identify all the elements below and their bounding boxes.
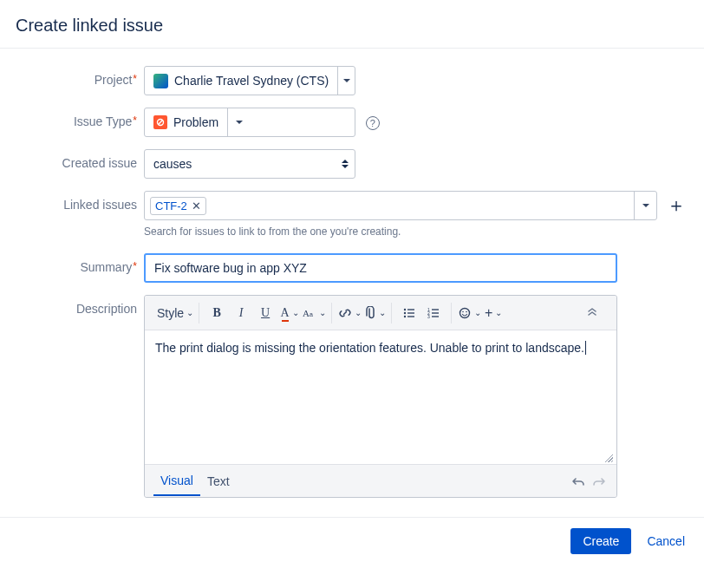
linked-issues-hint: Search for issues to link to from the on… xyxy=(144,225,688,238)
linked-issues-label: Linked issues xyxy=(16,191,144,212)
svg-point-18 xyxy=(466,310,467,312)
svg-point-4 xyxy=(404,308,406,310)
chevron-down-icon: ⌄ xyxy=(379,308,386,317)
linked-issues-field: CTF-2 ✕ ＋ Search for issues to link to f… xyxy=(144,191,688,238)
underline-button[interactable]: U xyxy=(253,301,277,325)
chevron-down-icon: ⌄ xyxy=(292,308,299,317)
chevron-down-icon xyxy=(343,79,350,82)
description-field: Style⌄ B I U A⌄ Aa ⌄ xyxy=(144,295,688,498)
bold-button[interactable]: B xyxy=(205,301,229,325)
chevron-down-icon xyxy=(236,121,243,124)
required-marker: * xyxy=(133,73,137,85)
dialog-header: Create linked issue xyxy=(0,0,704,49)
resize-handle-icon[interactable] xyxy=(603,452,613,462)
text-cursor xyxy=(584,341,586,355)
project-avatar-icon xyxy=(153,74,168,88)
attachment-button[interactable]: ⌄ xyxy=(362,301,386,325)
project-select[interactable]: Charlie Travel Sydney (CTS) xyxy=(144,66,355,95)
create-button[interactable]: Create xyxy=(570,528,631,554)
chevron-down-icon: ⌄ xyxy=(186,308,193,317)
svg-point-8 xyxy=(404,315,406,317)
chevron-down-icon: ⌄ xyxy=(495,308,502,317)
project-select-value: Charlie Travel Sydney (CTS) xyxy=(145,67,337,95)
text-tab[interactable]: Text xyxy=(200,467,237,495)
svg-text:A: A xyxy=(303,308,310,318)
emoji-button[interactable]: ⌄ xyxy=(457,301,481,325)
linked-issues-dropdown-button[interactable] xyxy=(634,192,656,219)
svg-point-6 xyxy=(404,311,406,313)
description-row: Description Style⌄ B I U xyxy=(16,295,688,498)
text-color-button[interactable]: A⌄ xyxy=(277,301,302,325)
svg-rect-13 xyxy=(432,312,439,313)
visual-tab[interactable]: Visual xyxy=(153,467,200,496)
svg-line-1 xyxy=(159,121,163,125)
description-textarea[interactable]: The print dialog is missing the orientat… xyxy=(145,330,616,452)
required-marker: * xyxy=(133,114,137,127)
chevron-down-icon xyxy=(642,204,649,207)
issue-type-label: Issue Type* xyxy=(16,108,144,128)
italic-button[interactable]: I xyxy=(229,301,253,325)
help-icon[interactable]: ? xyxy=(366,116,380,130)
created-issue-field: causes xyxy=(144,149,688,179)
linked-issues-input[interactable]: CTF-2 ✕ xyxy=(144,191,657,220)
created-issue-row: Created issue causes xyxy=(16,149,688,179)
add-linked-issue-button[interactable]: ＋ xyxy=(664,191,688,220)
created-issue-label: Created issue xyxy=(16,149,144,170)
chevron-down-icon: ⌄ xyxy=(355,308,362,317)
dialog-footer: Create Cancel xyxy=(0,517,704,565)
create-linked-issue-dialog: Create linked issue Project* Charlie Tra… xyxy=(0,0,704,565)
issue-type-select-value: Problem xyxy=(145,108,227,136)
form-body: Project* Charlie Travel Sydney (CTS) Iss… xyxy=(0,49,704,517)
description-text: The print dialog is missing the orientat… xyxy=(155,341,584,355)
problem-type-icon xyxy=(153,115,167,129)
issue-type-row: Issue Type* Problem ? xyxy=(16,108,688,137)
dialog-title: Create linked issue xyxy=(16,16,688,36)
history-controls xyxy=(570,475,608,487)
project-select-dropdown-button[interactable] xyxy=(337,67,355,95)
link-button[interactable]: ⌄ xyxy=(337,301,362,325)
editor-resize-area xyxy=(145,452,616,464)
bullet-list-button[interactable] xyxy=(397,301,421,325)
style-dropdown[interactable]: Style⌄ xyxy=(157,301,193,325)
svg-point-17 xyxy=(462,310,464,312)
rich-text-editor: Style⌄ B I U A⌄ Aa ⌄ xyxy=(144,295,617,498)
linked-issues-row: Linked issues CTF-2 ✕ ＋ xyxy=(16,191,688,238)
summary-field xyxy=(144,253,688,283)
description-label: Description xyxy=(16,295,144,316)
issue-type-dropdown-button[interactable] xyxy=(227,108,250,136)
svg-rect-11 xyxy=(432,309,439,310)
issue-type-select[interactable]: Problem xyxy=(144,108,355,137)
required-marker: * xyxy=(133,260,137,272)
svg-text:a: a xyxy=(310,311,313,317)
svg-rect-9 xyxy=(407,316,414,317)
summary-label: Summary* xyxy=(16,253,144,274)
issue-token[interactable]: CTF-2 ✕ xyxy=(150,197,206,215)
chevron-down-icon: ⌄ xyxy=(474,308,481,317)
numbered-list-button[interactable]: 123 xyxy=(421,301,446,325)
project-field: Charlie Travel Sydney (CTS) xyxy=(144,66,688,95)
issue-token-label: CTF-2 xyxy=(155,199,187,212)
more-format-button[interactable]: Aa ⌄ xyxy=(302,301,326,325)
issue-type-field: Problem ? xyxy=(144,108,688,137)
chevron-down-icon: ⌄ xyxy=(319,308,326,317)
summary-input[interactable] xyxy=(144,253,617,283)
summary-row: Summary* xyxy=(16,253,688,283)
project-label: Project* xyxy=(16,66,144,87)
remove-token-icon[interactable]: ✕ xyxy=(192,200,201,212)
link-type-select[interactable]: causes xyxy=(144,149,355,179)
cancel-button[interactable]: Cancel xyxy=(643,531,688,552)
svg-rect-7 xyxy=(407,312,414,313)
editor-footer: Visual Text xyxy=(145,464,616,497)
editor-toolbar: Style⌄ B I U A⌄ Aa ⌄ xyxy=(145,296,616,330)
svg-point-16 xyxy=(460,308,469,317)
insert-more-button[interactable]: +⌄ xyxy=(481,301,505,325)
project-row: Project* Charlie Travel Sydney (CTS) xyxy=(16,66,688,95)
svg-rect-15 xyxy=(432,316,439,317)
collapse-toolbar-button[interactable] xyxy=(580,301,604,325)
svg-text:3: 3 xyxy=(427,314,430,319)
svg-rect-5 xyxy=(407,309,414,310)
redo-button[interactable] xyxy=(592,475,608,487)
undo-button[interactable] xyxy=(570,475,585,487)
